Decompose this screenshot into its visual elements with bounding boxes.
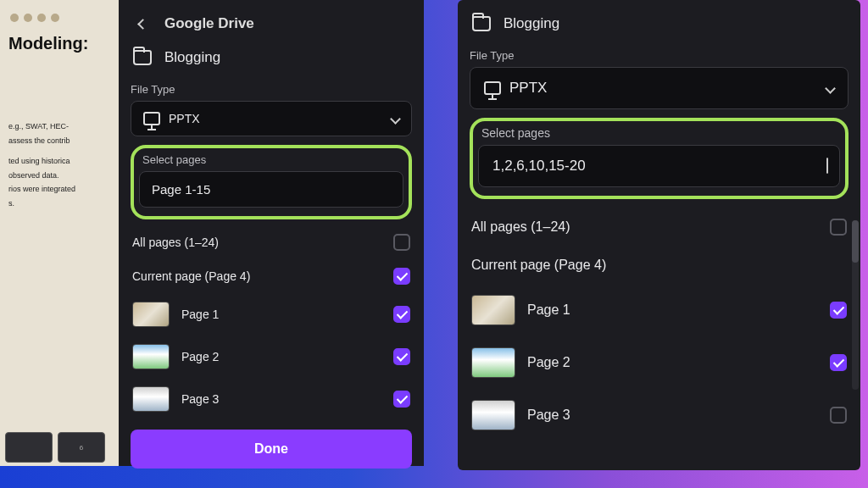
page-label: Page 2 — [181, 350, 219, 363]
pages-input[interactable] — [478, 145, 840, 187]
page-row[interactable]: Page 3 — [131, 379, 412, 419]
folder-icon — [131, 46, 154, 69]
current-page-label: Current page (Page 4) — [132, 269, 250, 283]
slide-title: Modeling: — [8, 34, 118, 53]
page-thumb — [471, 295, 515, 325]
checkbox[interactable] — [393, 348, 410, 365]
chevron-down-icon — [390, 114, 401, 125]
folder-row[interactable]: Blogging — [131, 41, 412, 75]
page-label: Page 1 — [527, 302, 570, 318]
page-thumb — [132, 302, 170, 327]
page-thumb — [132, 344, 170, 369]
presentation-icon — [484, 81, 501, 95]
export-panel: Blogging File Type PPTX Select pages All… — [458, 0, 860, 470]
checkbox[interactable] — [393, 391, 410, 408]
highlight-annotation: Select pages — [470, 118, 849, 199]
slide-thumbnails: 6 — [5, 432, 105, 463]
scrollbar[interactable] — [852, 220, 859, 390]
file-type-value: PPTX — [169, 112, 200, 125]
decorative-dots — [8, 8, 118, 34]
page-label: Page 3 — [181, 392, 219, 406]
page-label: Page 2 — [527, 355, 570, 370]
page-thumb — [471, 347, 515, 378]
page-row[interactable]: Page 2 — [470, 340, 849, 385]
highlight-annotation: Select pages — [131, 145, 412, 219]
all-pages-row[interactable]: All pages (1–24) — [131, 226, 412, 258]
chevron-down-icon — [825, 83, 836, 94]
page-thumb — [471, 400, 515, 430]
page-row[interactable]: Page 3 — [470, 392, 849, 438]
page-row[interactable]: Page 1 — [131, 294, 412, 335]
page-thumb — [132, 386, 170, 412]
canvas-slide-background: Modeling: e.g., SWAT, HEC- assess the co… — [0, 0, 127, 466]
select-pages-label: Select pages — [139, 153, 403, 166]
page-row[interactable]: Page 2 — [131, 336, 412, 377]
select-pages-label: Select pages — [478, 126, 840, 140]
file-type-label: File Type — [470, 49, 849, 62]
pages-input[interactable] — [139, 171, 403, 208]
file-type-dropdown[interactable]: PPTX — [131, 101, 412, 136]
all-pages-row[interactable]: All pages (1–24) — [470, 211, 849, 243]
page-label: Page 1 — [181, 308, 219, 321]
breadcrumb-back[interactable]: Google Drive — [131, 7, 412, 41]
file-type-label: File Type — [131, 83, 412, 96]
pages-list: All pages (1–24) Current page (Page 4) P… — [470, 211, 849, 438]
breadcrumb-label: Google Drive — [164, 15, 254, 32]
file-type-dropdown[interactable]: PPTX — [470, 67, 849, 109]
slide-thumb[interactable]: 6 — [58, 432, 105, 463]
file-type-value: PPTX — [509, 80, 547, 97]
folder-name: Blogging — [504, 15, 559, 32]
checkbox[interactable] — [830, 219, 847, 236]
presentation-icon — [143, 112, 160, 125]
page-row[interactable]: Page 1 — [470, 287, 849, 333]
chevron-left-icon — [131, 12, 154, 36]
pages-list: All pages (1–24) Current page (Page 4) P… — [131, 226, 412, 419]
folder-row[interactable]: Blogging — [470, 7, 849, 41]
page-label: Page 3 — [527, 408, 570, 423]
checkbox[interactable] — [393, 306, 410, 323]
folder-name: Blogging — [164, 49, 220, 66]
checkbox[interactable] — [830, 407, 847, 424]
checkbox[interactable] — [393, 234, 410, 251]
slide-thumb[interactable] — [5, 432, 53, 463]
current-page-row[interactable]: Current page (Page 4) — [131, 260, 412, 292]
chevron-down-icon — [826, 158, 828, 171]
export-panel: Google Drive Blogging File Type PPTX Sel… — [119, 0, 424, 466]
folder-icon — [470, 12, 493, 36]
checkbox[interactable] — [830, 302, 847, 319]
all-pages-label: All pages (1–24) — [471, 219, 570, 235]
current-page-row[interactable]: Current page (Page 4) — [470, 250, 849, 280]
current-page-label: Current page (Page 4) — [471, 258, 606, 273]
checkbox[interactable] — [393, 268, 410, 285]
checkbox[interactable] — [830, 354, 847, 371]
done-button[interactable]: Done — [131, 430, 412, 469]
all-pages-label: All pages (1–24) — [132, 236, 219, 249]
